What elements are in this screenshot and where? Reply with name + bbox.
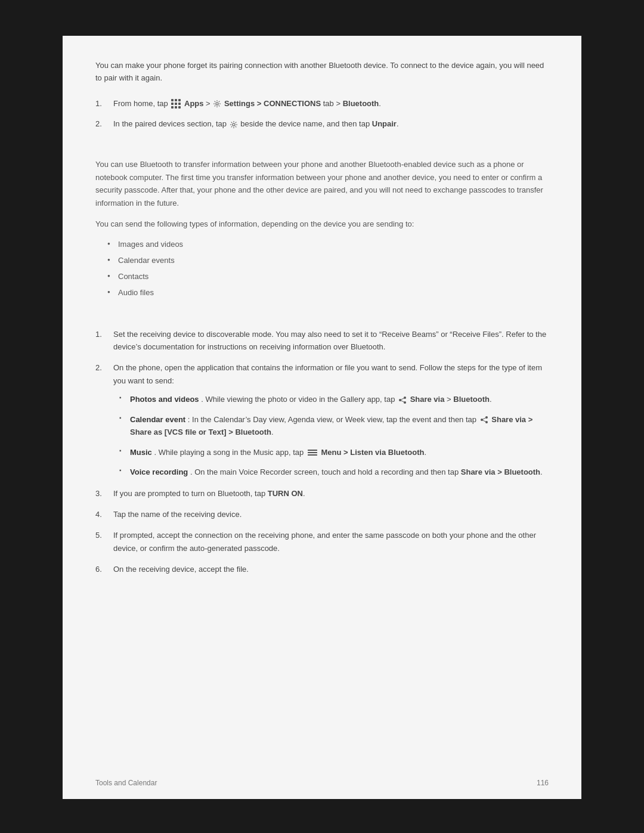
sub-item-calendar: Calendar event : In the Calendar’s Day v… [119, 413, 549, 439]
sub-item-photos-bold: Photos and videos [130, 395, 199, 404]
sub-item-music: Music . While playing a song in the Musi… [119, 446, 549, 459]
step2-num: 2. [95, 118, 102, 131]
sub-item-music-bold: Music [130, 448, 152, 457]
sub-item-photos-text: . While viewing the photo or video in th… [201, 395, 397, 404]
svg-point-0 [216, 103, 218, 105]
send-step4-num: 4. [95, 508, 102, 521]
share-icon-photos [398, 397, 407, 404]
send-step2-text: On the phone, open the application that … [113, 363, 542, 385]
send-step3-num: 3. [95, 487, 102, 500]
intro-paragraph: You can make your phone forget its pairi… [95, 60, 549, 85]
step1-apps-label: Apps > [184, 99, 212, 108]
transfer-paragraph1: You can use Bluetooth to transfer inform… [95, 158, 549, 209]
unpair-step-1: 1. From home, tap Apps > Settings > CONN… [95, 98, 549, 110]
send-step-6: 6. On the receiving device, accept the f… [95, 563, 549, 575]
sub-item-photos: Photos and videos . While viewing the ph… [119, 393, 549, 405]
step2-suffix: beside the device name, and then tap Unp… [240, 119, 398, 128]
send-step-5: 5. If prompted, accept the connection on… [95, 529, 549, 555]
send-step4-text: Tap the name of the receiving device. [113, 510, 242, 519]
send-step2-num: 2. [95, 361, 102, 374]
share-icon-calendar [480, 416, 488, 423]
bullet-item-images: Images and videos [107, 239, 549, 251]
svg-line-6 [400, 400, 405, 402]
send-step5-text: If prompted, accept the connection on th… [113, 531, 536, 552]
send-step1-text: Set the receiving device to discoverable… [113, 330, 546, 351]
sub-item-music-menu: Menu > Listen via Bluetooth. [321, 448, 426, 457]
step2-text: In the paired devices section, tap [113, 119, 229, 128]
unpair-step-2: 2. In the paired devices section, tap be… [95, 118, 549, 131]
svg-line-5 [400, 398, 405, 400]
sub-item-photos-share: Share via > Bluetooth. [410, 395, 492, 404]
sub-item-calendar-bold: Calendar event [130, 415, 185, 424]
footer-left-text: Tools and Calendar [95, 779, 157, 787]
page-card: You can make your phone forget its pairi… [63, 36, 581, 799]
send-step-4: 4. Tap the name of the receiving device. [95, 508, 549, 521]
svg-point-1 [233, 123, 235, 126]
settings-gear-icon-2 [230, 120, 238, 129]
svg-rect-12 [308, 450, 317, 451]
sub-item-calendar-text: : In the Calendar’s Day view, Agenda vie… [188, 415, 479, 424]
sub-item-voice-text: . On the main Voice Recorder screen, tou… [190, 467, 543, 476]
transfer-section: You can use Bluetooth to transfer inform… [95, 158, 549, 299]
apps-grid-icon [171, 99, 181, 109]
sub-item-voice: Voice recording . On the main Voice Reco… [119, 466, 549, 478]
send-step-1: 1. Set the receiving device to discovera… [95, 328, 549, 354]
send-step6-num: 6. [95, 563, 102, 575]
transfer-bullet-list: Images and videos Calendar events Contac… [107, 239, 549, 299]
svg-rect-14 [308, 454, 317, 456]
footer-page-number: 116 [537, 779, 549, 787]
step1-settings-text: Settings > CONNECTIONS tab > Bluetooth. [224, 99, 381, 108]
sub-item-voice-bold: Voice recording [130, 467, 188, 476]
svg-line-11 [482, 420, 487, 422]
svg-line-10 [482, 417, 487, 420]
bullet-item-contacts: Contacts [107, 271, 549, 283]
sub-item-music-text: . While playing a song in the Music app,… [154, 448, 305, 457]
send-step-2: 2. On the phone, open the application th… [95, 361, 549, 478]
send-step3-text: If you are prompted to turn on Bluetooth… [113, 489, 305, 498]
page-footer: Tools and Calendar 116 [95, 779, 549, 787]
step1-prefix: From home, tap [113, 99, 170, 108]
bullet-item-calendar: Calendar events [107, 255, 549, 267]
menu-icon-music [307, 449, 318, 456]
send-step6-text: On the receiving device, accept the file… [113, 565, 249, 574]
send-step2-sub-list: Photos and videos . While viewing the ph… [119, 393, 549, 478]
send-steps-list: 1. Set the receiving device to discovera… [95, 328, 549, 576]
transfer-paragraph2: You can send the following types of info… [95, 218, 549, 230]
send-step5-num: 5. [95, 529, 102, 541]
send-step-3: 3. If you are prompted to turn on Blueto… [95, 487, 549, 500]
bullet-item-audio: Audio files [107, 287, 549, 299]
settings-gear-icon [213, 100, 221, 108]
step1-num: 1. [95, 98, 102, 110]
svg-rect-13 [308, 452, 317, 453]
unpair-steps-list: 1. From home, tap Apps > Settings > CONN… [95, 98, 549, 131]
send-step1-num: 1. [95, 328, 102, 340]
